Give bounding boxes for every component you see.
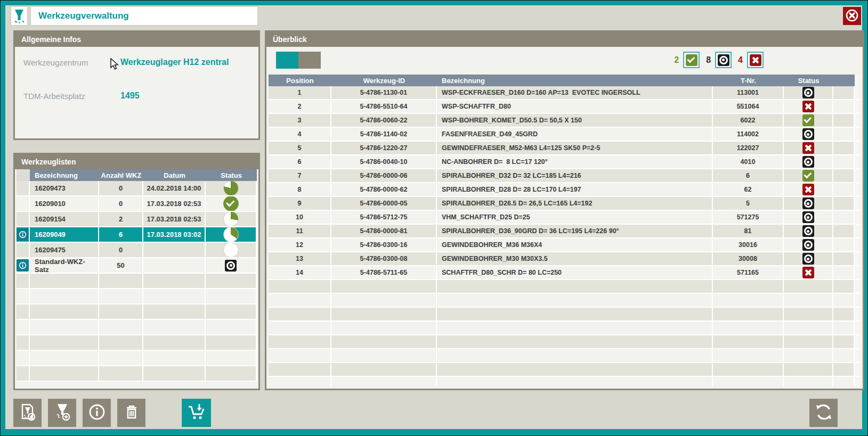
- list-name: Standard-WKZ-Satz: [30, 258, 99, 273]
- tab[interactable]: [298, 52, 321, 69]
- column-header[interactable]: Status: [206, 169, 257, 181]
- tool-row[interactable]: 5 5-4786-1220-27 GEWINDEFRAESER_M52-M63 …: [269, 142, 860, 155]
- scrollbar-track[interactable]: [855, 100, 860, 113]
- toollist-row[interactable]: 16209475 0: [17, 243, 257, 258]
- tool-id: 5-4786-1140-02: [331, 128, 437, 141]
- column-header[interactable]: T-Nr.: [713, 75, 784, 86]
- empty-row: [17, 305, 257, 320]
- tool-row[interactable]: 4 5-4786-1140-02 FASENFRAESER_D49_45GRD …: [269, 128, 860, 142]
- column-header[interactable]: Position: [269, 75, 331, 86]
- tool-row[interactable]: 10 5-4786-5712-75 VHM_SCHAFTFR_D25 D=25 …: [269, 211, 860, 225]
- scrollbar-track[interactable]: [855, 183, 860, 196]
- row-info-cell[interactable]: [17, 181, 30, 195]
- scrollbar-track[interactable]: [855, 252, 860, 265]
- tool-status-cell: [784, 197, 833, 210]
- close-button[interactable]: [843, 7, 861, 25]
- scrollbar-track[interactable]: [855, 225, 860, 237]
- tool-row[interactable]: 9 5-4786-0000-05 SPIRALBOHRER_D26.5 D= 2…: [269, 197, 860, 211]
- status-icon: [802, 114, 814, 126]
- delete-button[interactable]: [117, 399, 145, 427]
- row-info-cell[interactable]: [17, 196, 30, 211]
- list-count: 2: [99, 212, 143, 226]
- tool-row[interactable]: 14 5-4786-5711-65 SCHAFTFR_D80_SCHR D= 8…: [269, 266, 860, 280]
- tool-lists-table: Bezeichnung Anzahl WKZ Datum Status: [17, 169, 257, 389]
- row-info-cell[interactable]: [17, 243, 30, 257]
- tool-tnr: 62: [713, 183, 784, 196]
- tool-status-cell: [784, 86, 833, 99]
- scrollbar-track[interactable]: [855, 211, 860, 224]
- tool-position: 10: [269, 211, 331, 224]
- tool-row[interactable]: 7 5-4786-0000-06 SPIRALBOHRER_D32 D= 32 …: [269, 169, 860, 183]
- scrollbar-track[interactable]: [855, 86, 860, 99]
- status-icon: [802, 239, 814, 251]
- scrollbar-track[interactable]: [855, 169, 860, 182]
- scrollbar-track[interactable]: [855, 238, 860, 251]
- tool-id: 5-4786-0000-62: [331, 183, 437, 196]
- status-icon: [802, 198, 814, 209]
- column-header[interactable]: Bezeichnung: [437, 75, 713, 86]
- info-field-row: Werkzeugzentrum Werkzeuglager H12 zentra…: [23, 57, 253, 67]
- toollist-row[interactable]: 16209473 0 24.02.2018 14:00: [17, 181, 257, 196]
- title-bar: Werkzeugverwaltung: [30, 6, 258, 26]
- column-header[interactable]: Anzahl WKZ: [99, 169, 143, 181]
- info-button[interactable]: [83, 399, 111, 427]
- row-filler: [833, 86, 855, 99]
- field-value: Werkzeuglager H12 zentral: [120, 57, 229, 67]
- row-filler: [833, 238, 855, 251]
- scrollbar-track[interactable]: [855, 197, 860, 210]
- info-icon[interactable]: [17, 228, 29, 241]
- tool-row[interactable]: 11 5-4786-0000-81 SPIRALBOHRER_D36_90GRD…: [269, 225, 860, 238]
- column-header[interactable]: Status: [784, 75, 833, 86]
- tool-row[interactable]: 3 5-4786-0060-22 WSP-BOHRER_KOMET_D50.5 …: [269, 114, 860, 128]
- tool-id: 5-4786-5712-75: [331, 211, 437, 224]
- toollist-row[interactable]: 16209154 2 17.03.2018 02:53: [17, 212, 257, 227]
- empty-row: [17, 320, 257, 335]
- table-body: 1 5-4786-1130-01 WSP-ECKFRAESER_D160 D=1…: [269, 86, 860, 386]
- scrollbar-track[interactable]: [855, 266, 860, 279]
- row-filler: [833, 114, 855, 127]
- tool-tnr: 6: [713, 169, 784, 182]
- tool-row[interactable]: 1 5-4786-1130-01 WSP-ECKFRAESER_D160 D=1…: [269, 86, 860, 100]
- empty-row: [269, 322, 860, 335]
- tab[interactable]: [276, 52, 298, 69]
- tool-row[interactable]: 2 5-4786-5510-64 WSP-SCHAFTFR_D80 551064: [269, 100, 860, 114]
- tool-row[interactable]: 6 5-4786-0040-10 NC-ANBOHRER D= 8 LC=17 …: [269, 155, 860, 169]
- counter-value: 2: [674, 55, 679, 65]
- scrollbar-track[interactable]: [855, 155, 860, 168]
- column-header[interactable]: Werkzeug-ID: [331, 75, 437, 86]
- row-info-cell[interactable]: [17, 212, 30, 226]
- list-status-cell: [206, 212, 257, 226]
- scrollbar-track[interactable]: [855, 75, 860, 86]
- tool-status-cell: [784, 225, 833, 237]
- add-tool-button[interactable]: [48, 399, 76, 427]
- tool-row[interactable]: 8 5-4786-0000-62 SPIRALBOHRER_D28 D= 28 …: [269, 183, 860, 197]
- new-tool-list-button[interactable]: [13, 399, 42, 427]
- tool-row[interactable]: 12 5-4786-0300-16 GEWINDEBOHRER_M36 M36X…: [269, 238, 860, 252]
- status-counter: 4: [738, 52, 764, 68]
- row-info-cell[interactable]: [17, 227, 30, 242]
- counter-box: [683, 52, 700, 68]
- toollist-row[interactable]: 16209010 0 17.03.2018 02:53: [17, 196, 257, 212]
- scrollbar-track[interactable]: [855, 128, 860, 141]
- tool-row[interactable]: 13 5-4786-0300-08 GEWINDEBOHRER_M30 M30X…: [269, 252, 860, 266]
- tool-status-cell: [784, 266, 833, 279]
- toollist-row[interactable]: Standard-WKZ-Satz 50: [17, 258, 257, 274]
- refresh-button[interactable]: [809, 399, 838, 427]
- row-filler: [833, 100, 855, 113]
- tool-position: 3: [269, 114, 331, 127]
- column-header[interactable]: Datum: [143, 169, 206, 181]
- scrollbar-track[interactable]: [855, 114, 860, 127]
- tool-description: SPIRALBOHRER_D26.5 D= 26,5 LC=165 L4=192: [437, 197, 713, 210]
- scrollbar-track[interactable]: [855, 142, 860, 154]
- row-info-cell[interactable]: [17, 258, 30, 273]
- order-cart-button[interactable]: [182, 399, 211, 427]
- toollist-row[interactable]: 16209049 6 17.03.2018 03:02: [17, 227, 257, 243]
- tools-table: Position Werkzeug-ID Bezeichnung T-Nr. S…: [269, 75, 860, 386]
- info-icon[interactable]: [17, 259, 29, 272]
- tool-description: NC-ANBOHRER D= 8 LC=17 120°: [437, 155, 713, 168]
- column-header[interactable]: Bezeichnung: [30, 169, 99, 181]
- info-field-row: TDM-Arbeitsplatz 1495: [23, 91, 253, 101]
- tool-position: 4: [269, 128, 331, 141]
- tool-tnr: 551064: [713, 100, 784, 113]
- tool-status-cell: [784, 252, 833, 265]
